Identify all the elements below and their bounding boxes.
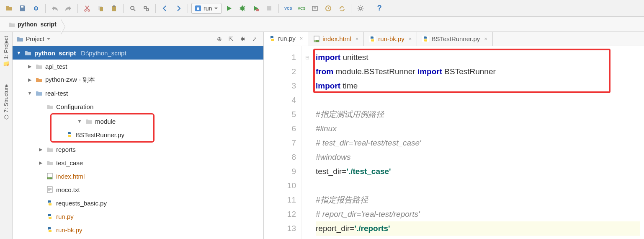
breadcrumb-bar: python_script xyxy=(0,17,644,32)
scroll-from-source-icon[interactable]: ⊕ xyxy=(215,34,224,44)
code-line-8[interactable]: #windows xyxy=(316,150,640,164)
code-line-13[interactable]: report_dir='./reports' xyxy=(316,221,640,236)
svg-rect-14 xyxy=(312,6,317,10)
close-tab-icon[interactable]: × xyxy=(300,35,303,42)
editor-tabs: run.py×Hindex.html×run-bk.py×BSTestRunne… xyxy=(264,32,644,46)
collapse-all-icon[interactable]: ⇱ xyxy=(227,34,236,44)
html-icon: H xyxy=(46,172,54,180)
vcs-history-icon[interactable] xyxy=(309,3,321,14)
py-icon xyxy=(46,226,54,234)
paste-icon[interactable] xyxy=(108,3,120,14)
close-tab-icon[interactable]: × xyxy=(355,36,359,42)
tree-item-index-html[interactable]: Hindex.html xyxy=(13,169,263,183)
hide-panel-icon[interactable]: ⤢ xyxy=(250,34,259,44)
vcs-revert-icon[interactable] xyxy=(322,3,334,14)
debug-icon[interactable] xyxy=(237,3,248,14)
find-icon[interactable] xyxy=(127,3,139,14)
tree-item-api-test[interactable]: ▶api_test xyxy=(13,60,263,73)
svg-rect-12 xyxy=(256,9,259,11)
svg-point-16 xyxy=(359,7,362,10)
code-line-12[interactable]: # report_dir='real-test/reports' xyxy=(316,207,640,221)
py-icon xyxy=(46,199,54,207)
tree-item-bstestrunner-py[interactable]: BSTestRunner.py xyxy=(52,128,153,141)
code-line-6[interactable]: #linux xyxy=(316,122,640,136)
close-tab-icon[interactable]: × xyxy=(484,36,487,42)
vcs-pull-icon[interactable]: VCS xyxy=(282,3,294,14)
project-tree[interactable]: ▼ python_script D:\python_script ▶api_te… xyxy=(13,46,263,239)
code-line-3[interactable]: import time xyxy=(316,79,640,93)
back-icon[interactable] xyxy=(159,3,171,14)
tree-item-reports[interactable]: ▶reports xyxy=(13,143,263,156)
run-icon[interactable] xyxy=(223,3,235,14)
code-line-9[interactable]: test_dir='./test_case' xyxy=(316,164,640,179)
py-icon xyxy=(269,35,276,42)
copy-icon[interactable] xyxy=(95,3,106,14)
redo-icon[interactable] xyxy=(62,3,74,14)
vcs-push-icon[interactable]: VCS xyxy=(296,3,307,14)
replace-icon[interactable] xyxy=(140,3,152,14)
tree-item-run-bk-py[interactable]: run-bk.py xyxy=(13,223,263,236)
tree-item-module[interactable]: ▼module xyxy=(52,114,153,128)
folder-blue-icon xyxy=(35,89,43,97)
run-config-selector[interactable]: run xyxy=(191,3,222,14)
undo-icon[interactable] xyxy=(49,3,61,14)
py-icon xyxy=(369,36,376,42)
txt-icon xyxy=(46,186,54,193)
stop-icon[interactable] xyxy=(263,3,275,14)
code-editor[interactable]: 12345678910111213 ⊟ import unittestfrom … xyxy=(264,46,644,239)
tab-run-py[interactable]: run.py× xyxy=(264,32,308,46)
folder-icon xyxy=(46,159,54,166)
code-line-10[interactable] xyxy=(316,179,640,193)
tab-bstestrunner-py[interactable]: BSTestRunner.py× xyxy=(417,32,493,46)
py-icon xyxy=(422,36,429,42)
py-icon xyxy=(66,131,73,138)
folder-icon xyxy=(35,62,43,70)
tree-item-configuration[interactable]: Configuration xyxy=(13,100,263,113)
tool-structure[interactable]: ⬡7: Structure xyxy=(3,84,9,120)
fold-column: ⊟ xyxy=(301,46,313,239)
tree-item-test-case[interactable]: ▶test_case xyxy=(13,156,263,169)
cut-icon[interactable] xyxy=(81,3,93,14)
code-line-7[interactable]: # test_dir='real-test/test_case' xyxy=(316,136,640,150)
help-icon[interactable]: ? xyxy=(374,3,385,14)
editor-area: run.py×Hindex.html×run-bk.py×BSTestRunne… xyxy=(264,32,644,239)
svg-rect-4 xyxy=(100,7,103,11)
close-tab-icon[interactable]: × xyxy=(409,36,412,42)
tab-run-bk-py[interactable]: run-bk.py× xyxy=(364,32,417,46)
sync-icon[interactable] xyxy=(30,3,42,14)
code-content[interactable]: import unittestfrom module.BSTestRunner … xyxy=(313,46,644,239)
tree-item-run-py[interactable]: run.py xyxy=(13,210,263,223)
coverage-icon[interactable] xyxy=(250,3,262,14)
panel-settings-icon[interactable]: ✱ xyxy=(238,34,247,44)
vcs-update-icon[interactable] xyxy=(336,3,348,14)
code-line-1[interactable]: import unittest xyxy=(316,50,640,65)
html-icon: H xyxy=(313,36,320,42)
tree-item-real-test[interactable]: ▼real-test xyxy=(13,86,263,100)
svg-rect-13 xyxy=(267,6,271,10)
tree-item-moco-txt[interactable]: moco.txt xyxy=(13,183,263,196)
folder-icon xyxy=(46,145,54,153)
code-line-2[interactable]: from module.BSTestRunner import BSTestRu… xyxy=(316,65,640,79)
folder-icon xyxy=(85,117,93,125)
settings-icon[interactable] xyxy=(355,3,366,14)
svg-rect-6 xyxy=(113,5,115,7)
tree-item-python-zxw-[interactable]: ▶python-zxw - 副本 xyxy=(13,73,263,86)
run-config-name: run xyxy=(204,5,212,12)
tree-root[interactable]: ▼ python_script D:\python_script xyxy=(13,46,263,60)
svg-point-8 xyxy=(144,6,147,9)
tab-index-html[interactable]: Hindex.html× xyxy=(308,32,364,46)
svg-text:H: H xyxy=(314,39,316,42)
open-icon[interactable] xyxy=(3,3,15,14)
panel-title: Project xyxy=(26,36,44,42)
tool-project[interactable]: 📁1: Project xyxy=(3,36,9,68)
svg-point-7 xyxy=(131,6,134,10)
save-all-icon[interactable] xyxy=(17,3,28,14)
code-line-11[interactable]: #指定报告路径 xyxy=(316,193,640,207)
code-line-5[interactable]: #指定测试用例路径 xyxy=(316,107,640,122)
svg-text:H: H xyxy=(48,177,49,179)
breadcrumb-root[interactable]: python_script xyxy=(4,19,61,29)
forward-icon[interactable] xyxy=(173,3,184,14)
code-line-4[interactable] xyxy=(316,93,640,107)
tree-item-requests-basic-py[interactable]: requests_basic.py xyxy=(13,196,263,210)
svg-point-9 xyxy=(146,8,149,11)
